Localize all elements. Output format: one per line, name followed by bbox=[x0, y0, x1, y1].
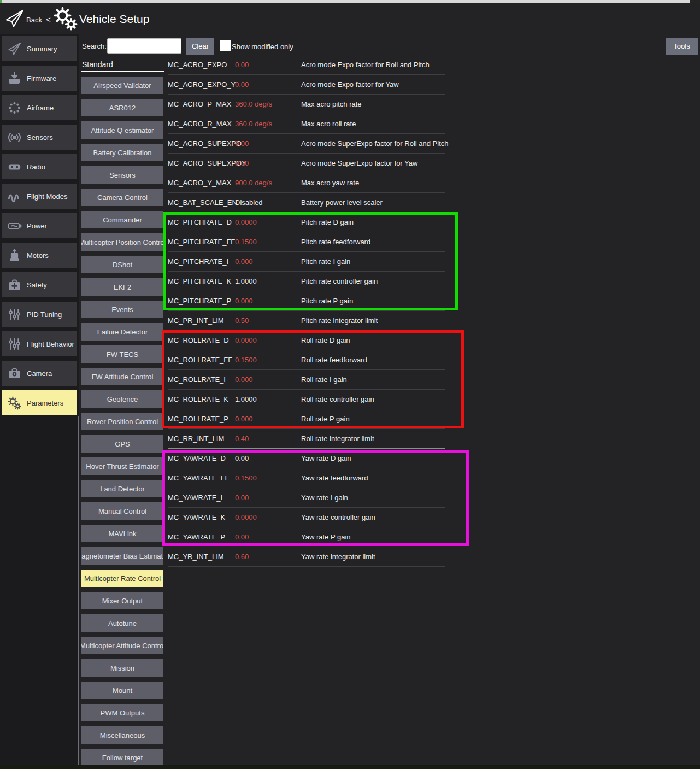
category-mixer-output[interactable]: Mixer Output bbox=[81, 592, 163, 609]
sidebar-item-label: Airframe bbox=[27, 104, 54, 112]
param-row-mc-acro-supexpo[interactable]: MC_ACRO_SUPEXPO 0.00 Acro mode SuperExpo… bbox=[168, 134, 445, 154]
param-row-mc-yawrate-k[interactable]: MC_YAWRATE_K 0.0000 Yaw rate controller … bbox=[168, 508, 445, 527]
sidebar-item-label: Parameters bbox=[27, 399, 63, 407]
param-row-mc-yr-int-lim[interactable]: MC_YR_INT_LIM 0.60 Yaw rate integrator l… bbox=[168, 547, 445, 567]
category-commander[interactable]: Commander bbox=[81, 211, 163, 228]
category-button-label: Multicopter Position Control bbox=[81, 238, 163, 246]
sidebar-item-sensors[interactable]: Sensors bbox=[2, 125, 77, 150]
category-magnetometer-bias-estimator[interactable]: Magnetometer Bias Estimator bbox=[81, 547, 163, 565]
motors-icon bbox=[2, 248, 27, 263]
category-fw-attitude-control[interactable]: FW Attitude Control bbox=[81, 368, 163, 385]
param-row-mc-yawrate-i[interactable]: MC_YAWRATE_I 0.00 Yaw rate I gain bbox=[168, 488, 445, 508]
param-row-mc-yawrate-p[interactable]: MC_YAWRATE_P 0.00 Yaw rate P gain bbox=[168, 527, 445, 547]
category-airspeed-validator[interactable]: Airspeed Validator bbox=[81, 77, 163, 94]
param-value: 0.000 bbox=[235, 257, 301, 266]
sidebar-item-motors[interactable]: Motors bbox=[2, 243, 77, 268]
param-row-mc-acro-r-max[interactable]: MC_ACRO_R_MAX 360.0 deg/s Max acro roll … bbox=[168, 114, 445, 134]
category-fw-tecs[interactable]: FW TECS bbox=[81, 345, 163, 363]
sidebar-item-safety[interactable]: Safety bbox=[2, 272, 77, 297]
sliders-icon bbox=[2, 307, 27, 322]
category-button-label: Events bbox=[111, 306, 133, 314]
category-multicopter-attitude-control[interactable]: Multicopter Attitude Control bbox=[81, 637, 163, 654]
param-row-mc-acro-supexpoy[interactable]: MC_ACRO_SUPEXPOY 0.00 Acro mode SuperExp… bbox=[168, 154, 445, 173]
category-mavlink[interactable]: MAVLink bbox=[81, 525, 163, 542]
category-pwm-outputs[interactable]: PWM Outputs bbox=[81, 704, 163, 721]
param-row-mc-yawrate-ff[interactable]: MC_YAWRATE_FF 0.1500 Yaw rate feedforwar… bbox=[168, 468, 445, 488]
param-row-mc-pitchrate-k[interactable]: MC_PITCHRATE_K 1.0000 Pitch rate control… bbox=[168, 272, 445, 291]
category-miscellaneous[interactable]: Miscellaneous bbox=[81, 726, 163, 744]
category-ekf2[interactable]: EKF2 bbox=[81, 278, 163, 296]
category-hover-thrust-estimator[interactable]: Hover Thrust Estimator bbox=[81, 457, 163, 475]
param-row-mc-pr-int-lim[interactable]: MC_PR_INT_LIM 0.50 Pitch rate integrator… bbox=[168, 311, 445, 331]
sidebar-item-power[interactable]: Power bbox=[2, 213, 77, 238]
sidebar-item-parameters[interactable]: Parameters bbox=[2, 390, 77, 415]
sidebar-item-flight-behavior[interactable]: Flight Behavior bbox=[2, 331, 77, 356]
category-battery-calibration[interactable]: Battery Calibration bbox=[81, 144, 163, 161]
show-modified-checkbox[interactable] bbox=[220, 40, 231, 51]
param-row-mc-rollrate-p[interactable]: MC_ROLLRATE_P 0.000 Roll rate P gain bbox=[168, 409, 445, 429]
param-row-mc-rr-int-lim[interactable]: MC_RR_INT_LIM 0.40 Roll rate integrator … bbox=[168, 429, 445, 449]
param-value: 360.0 deg/s bbox=[235, 120, 301, 128]
category-button-label: GPS bbox=[115, 440, 130, 448]
param-row-mc-yawrate-d[interactable]: MC_YAWRATE_D 0.00 Yaw rate D gain bbox=[168, 449, 445, 468]
category-attitude-q-estimator[interactable]: Attitude Q estimator bbox=[81, 121, 163, 139]
category-autotune[interactable]: Autotune bbox=[81, 614, 163, 632]
param-name: MC_YAWRATE_FF bbox=[168, 474, 235, 482]
category-manual-control[interactable]: Manual Control bbox=[81, 502, 163, 520]
category-failure-detector[interactable]: Failure Detector bbox=[81, 323, 163, 341]
category-events[interactable]: Events bbox=[81, 301, 163, 318]
category-dshot[interactable]: DShot bbox=[81, 256, 163, 273]
category-button-label: Land Detector bbox=[100, 485, 145, 493]
param-name: MC_ROLLRATE_D bbox=[168, 336, 235, 344]
param-row-mc-bat-scale-en[interactable]: MC_BAT_SCALE_EN Disabled Battery power l… bbox=[168, 193, 445, 213]
search-input[interactable] bbox=[107, 38, 181, 54]
category-asr012[interactable]: ASR012 bbox=[81, 99, 163, 116]
category-mount[interactable]: Mount bbox=[81, 682, 163, 699]
param-row-mc-rollrate-k[interactable]: MC_ROLLRATE_K 1.0000 Roll rate controlle… bbox=[168, 390, 445, 409]
sidebar-item-pid-tuning[interactable]: PID Tuning bbox=[2, 302, 77, 327]
param-description: Yaw rate feedforward bbox=[301, 474, 445, 482]
setup-sidebar: Summary Firmware Airframe Sensors Radio … bbox=[0, 34, 79, 769]
sidebar-item-firmware[interactable]: Firmware bbox=[2, 66, 77, 91]
category-gps[interactable]: GPS bbox=[81, 435, 163, 453]
back-button[interactable]: Back bbox=[26, 16, 42, 24]
category-sensors[interactable]: Sensors bbox=[81, 166, 163, 184]
category-geofence[interactable]: Geofence bbox=[81, 390, 163, 408]
tools-button[interactable]: Tools bbox=[666, 38, 698, 55]
sidebar-item-radio[interactable]: Radio bbox=[2, 154, 77, 179]
category-camera-control[interactable]: Camera Control bbox=[81, 189, 163, 206]
param-row-mc-pitchrate-i[interactable]: MC_PITCHRATE_I 0.000 Pitch rate I gain bbox=[168, 252, 445, 272]
param-row-mc-rollrate-ff[interactable]: MC_ROLLRATE_FF 0.1500 Roll rate feedforw… bbox=[168, 350, 445, 370]
category-button-label: Geofence bbox=[107, 395, 138, 403]
category-land-detector[interactable]: Land Detector bbox=[81, 480, 163, 497]
param-row-mc-pitchrate-ff[interactable]: MC_PITCHRATE_FF 0.1500 Pitch rate feedfo… bbox=[168, 232, 445, 252]
sidebar-item-summary[interactable]: Summary bbox=[2, 36, 77, 61]
airframe-dots-icon bbox=[2, 101, 27, 115]
param-value: 0.00 bbox=[235, 139, 301, 148]
param-description: Yaw rate integrator limit bbox=[301, 553, 445, 561]
sidebar-item-airframe[interactable]: Airframe bbox=[2, 95, 77, 120]
param-name: MC_ACRO_EXPO_Y bbox=[168, 80, 235, 89]
sidebar-item-label: Power bbox=[27, 222, 47, 230]
category-multicopter-rate-control[interactable]: Multicopter Rate Control bbox=[81, 570, 163, 587]
param-row-mc-rollrate-i[interactable]: MC_ROLLRATE_I 0.000 Roll rate I gain bbox=[168, 370, 445, 390]
param-row-mc-pitchrate-d[interactable]: MC_PITCHRATE_D 0.0000 Pitch rate D gain bbox=[168, 213, 445, 232]
category-rover-position-control[interactable]: Rover Position Control bbox=[81, 413, 163, 430]
param-row-mc-acro-y-max[interactable]: MC_ACRO_Y_MAX 900.0 deg/s Max acro yaw r… bbox=[168, 173, 445, 193]
sidebar-item-flight-modes[interactable]: Flight Modes bbox=[2, 184, 77, 209]
param-description: Roll rate I gain bbox=[301, 375, 445, 384]
category-mission[interactable]: Mission bbox=[81, 659, 163, 677]
param-value: 0.50 bbox=[235, 316, 301, 325]
param-row-mc-acro-expo-y[interactable]: MC_ACRO_EXPO_Y 0.00 Acro mode Expo facto… bbox=[168, 75, 445, 95]
param-row-mc-rollrate-d[interactable]: MC_ROLLRATE_D 0.0000 Roll rate D gain bbox=[168, 331, 445, 350]
category-follow-target[interactable]: Follow target bbox=[81, 749, 163, 766]
param-row-mc-acro-expo[interactable]: MC_ACRO_EXPO 0.00 Acro mode Expo factor … bbox=[168, 55, 445, 75]
param-name: MC_YAWRATE_K bbox=[168, 513, 235, 521]
param-name: MC_ACRO_R_MAX bbox=[168, 120, 235, 128]
category-multicopter-position-control[interactable]: Multicopter Position Control bbox=[81, 233, 163, 251]
clear-button[interactable]: Clear bbox=[186, 38, 214, 55]
param-row-mc-pitchrate-p[interactable]: MC_PITCHRATE_P 0.000 Pitch rate P gain bbox=[168, 291, 445, 311]
param-name: MC_PITCHRATE_I bbox=[168, 257, 235, 266]
sidebar-item-camera[interactable]: Camera bbox=[2, 361, 77, 386]
param-row-mc-acro-p-max[interactable]: MC_ACRO_P_MAX 360.0 deg/s Max acro pitch… bbox=[168, 95, 445, 114]
